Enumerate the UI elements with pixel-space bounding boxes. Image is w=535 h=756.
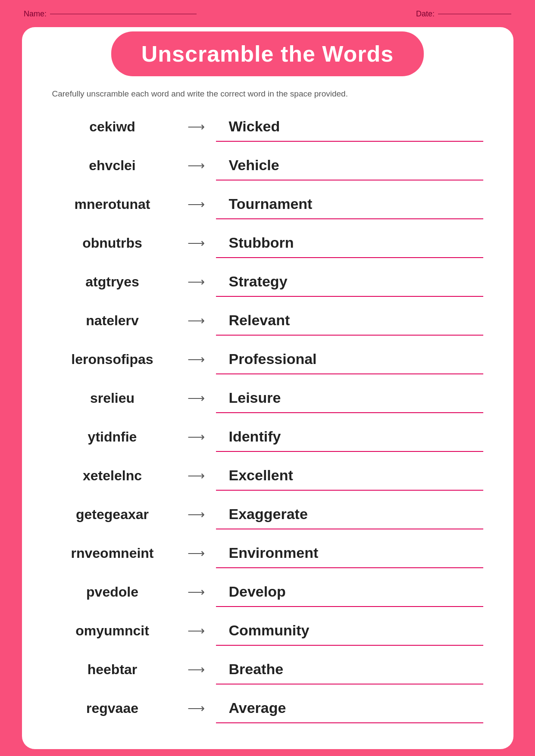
answer-word: Tournament (229, 196, 313, 212)
instruction-text: Carefully unscramble each word and write… (22, 89, 513, 99)
scrambled-word: obnutrbs (52, 235, 173, 251)
answer-cell: Develop (216, 577, 483, 607)
answer-word: Average (229, 700, 286, 716)
answer-cell: Wicked (216, 112, 483, 142)
date-label: Date: (416, 9, 435, 19)
arrow-icon: ⟶ (188, 236, 201, 250)
table-row: natelerv⟶Relevant (39, 301, 496, 340)
scrambled-word: ytidnfie (52, 429, 173, 445)
answer-word: Leisure (229, 389, 281, 406)
arrow-icon: ⟶ (188, 430, 201, 444)
answer-word: Develop (229, 583, 286, 600)
title-pill: Unscramble the Words (111, 31, 424, 76)
arrow-icon: ⟶ (188, 120, 201, 134)
table-row: regvaae⟶Average (39, 689, 496, 728)
arrow-cell: ⟶ (173, 159, 216, 173)
arrow-cell: ⟶ (173, 391, 216, 405)
answer-word: Community (229, 622, 310, 639)
table-row: srelieu⟶Leisure (39, 379, 496, 417)
table-row: obnutrbs⟶Stubborn (39, 224, 496, 262)
arrow-icon: ⟶ (188, 391, 201, 405)
answer-cell: Vehicle (216, 150, 483, 180)
arrow-cell: ⟶ (173, 197, 216, 212)
page-title: Unscramble the Words (141, 41, 394, 67)
arrow-cell: ⟶ (173, 314, 216, 328)
table-row: xetelelnc⟶Excellent (39, 456, 496, 495)
date-line (438, 14, 511, 15)
answer-cell: Community (216, 616, 483, 646)
answer-cell: Breathe (216, 654, 483, 684)
answer-cell: Identify (216, 422, 483, 452)
scrambled-word: getegeaxar (52, 507, 173, 523)
arrow-cell: ⟶ (173, 624, 216, 638)
arrow-cell: ⟶ (173, 430, 216, 444)
answer-word: Vehicle (229, 157, 279, 174)
answer-cell: Excellent (216, 460, 483, 491)
page-container: Name: Date: Unscramble the Words Careful… (0, 0, 535, 756)
arrow-cell: ⟶ (173, 546, 216, 560)
answer-word: Wicked (229, 118, 280, 135)
answer-cell: Stubborn (216, 228, 483, 258)
table-row: omyumncit⟶Community (39, 611, 496, 650)
answer-word: Professional (229, 351, 317, 367)
answer-word: Excellent (229, 467, 293, 484)
answer-word: Environment (229, 544, 319, 561)
footer: kami (0, 749, 535, 756)
arrow-icon: ⟶ (188, 275, 201, 289)
table-row: heebtar⟶Breathe (39, 650, 496, 689)
arrow-cell: ⟶ (173, 585, 216, 599)
name-label: Name: (24, 9, 47, 19)
table-row: leronsofipas⟶Professional (39, 340, 496, 379)
answer-cell: Professional (216, 344, 483, 374)
answer-cell: Relevant (216, 305, 483, 336)
answer-cell: Exaggerate (216, 499, 483, 529)
table-row: rnveomneint⟶Environment (39, 534, 496, 572)
answer-cell: Environment (216, 538, 483, 568)
arrow-icon: ⟶ (188, 701, 201, 716)
arrow-icon: ⟶ (188, 624, 201, 638)
scrambled-word: cekiwd (52, 119, 173, 135)
answer-cell: Average (216, 693, 483, 723)
table-row: pvedole⟶Develop (39, 572, 496, 611)
arrow-cell: ⟶ (173, 352, 216, 367)
answer-word: Strategy (229, 273, 288, 290)
arrow-cell: ⟶ (173, 507, 216, 522)
arrow-cell: ⟶ (173, 701, 216, 716)
arrow-cell: ⟶ (173, 469, 216, 483)
table-row: atgtryes⟶Strategy (39, 262, 496, 301)
answer-cell: Strategy (216, 267, 483, 297)
title-area: Unscramble the Words (22, 23, 513, 76)
scrambled-word: pvedole (52, 584, 173, 600)
arrow-icon: ⟶ (188, 507, 201, 522)
arrow-icon: ⟶ (188, 469, 201, 483)
date-field: Date: (416, 9, 511, 19)
arrow-icon: ⟶ (188, 663, 201, 677)
scrambled-word: atgtryes (52, 274, 173, 290)
scrambled-word: mnerotunat (52, 196, 173, 212)
table-row: ytidnfie⟶Identify (39, 417, 496, 456)
arrow-icon: ⟶ (188, 352, 201, 367)
arrow-icon: ⟶ (188, 314, 201, 328)
name-line (50, 14, 197, 15)
arrow-icon: ⟶ (188, 546, 201, 560)
arrow-cell: ⟶ (173, 236, 216, 250)
answer-cell: Tournament (216, 189, 483, 219)
arrow-cell: ⟶ (173, 663, 216, 677)
table-row: cekiwd⟶Wicked (39, 107, 496, 146)
arrow-icon: ⟶ (188, 159, 201, 173)
main-card: Unscramble the Words Carefully unscrambl… (22, 27, 513, 749)
scrambled-word: leronsofipas (52, 352, 173, 367)
table-row: getegeaxar⟶Exaggerate (39, 495, 496, 534)
table-row: ehvclei⟶Vehicle (39, 146, 496, 185)
scrambled-word: omyumncit (52, 623, 173, 639)
answer-cell: Leisure (216, 383, 483, 413)
name-date-bar: Name: Date: (0, 0, 535, 23)
arrow-cell: ⟶ (173, 120, 216, 134)
name-field: Name: (24, 9, 197, 19)
answer-word: Stubborn (229, 234, 294, 251)
table-row: mnerotunat⟶Tournament (39, 185, 496, 224)
answer-word: Exaggerate (229, 506, 308, 523)
scrambled-word: rnveomneint (52, 545, 173, 561)
scrambled-word: ehvclei (52, 158, 173, 174)
answer-word: Relevant (229, 312, 290, 329)
